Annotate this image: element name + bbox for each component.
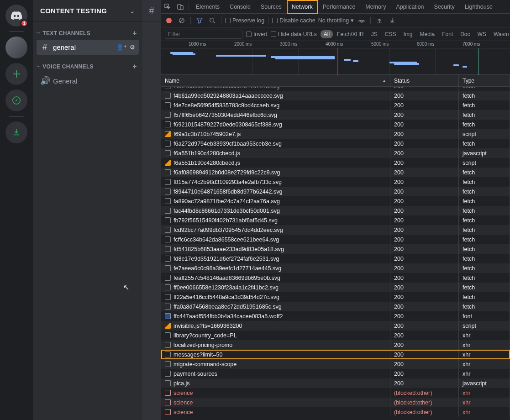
preserve-log-checkbox[interactable]: Preserve log [225, 17, 264, 24]
request-row[interactable]: f57fff65eb6427350304edd446efbc6d.svg200f… [161, 110, 510, 120]
voice-channels-header[interactable]: ﹀ VOICE CHANNELS + [33, 55, 142, 73]
request-row[interactable]: payment-sources200xhr [161, 369, 510, 378]
request-row[interactable]: messages?limit=50200xhr [161, 350, 510, 359]
request-row[interactable]: science(blocked:other)xhr [161, 398, 510, 407]
request-row[interactable]: fd8e17e9d351921d6ef2724faf6e2531.svg200f… [161, 254, 510, 263]
request-row[interactable]: science(blocked:other)xhr [161, 388, 510, 398]
voice-channel-general[interactable]: 🔊 General [37, 73, 139, 89]
request-row[interactable]: f69210154879227d0ede0308465cf388.svg200f… [161, 120, 510, 129]
filter-type-css[interactable]: CSS [382, 30, 400, 38]
request-row[interactable]: ff0ee0066558e1230f23a4a1c2f41bc2.svg200f… [161, 283, 510, 292]
filter-input[interactable] [165, 30, 242, 39]
request-row[interactable]: ffa0a8d74568beaa8ec72dd51951685c.svg200f… [161, 302, 510, 311]
add-server-button[interactable] [5, 63, 27, 85]
disable-cache-checkbox[interactable]: Disable cache [272, 17, 315, 24]
request-row[interactable]: feaff2557c548146aad83669db695e0b.svg200f… [161, 273, 510, 283]
col-type[interactable]: Type [459, 75, 510, 86]
request-row[interactable]: f6a551b190c4280cbecd.js200script [161, 158, 510, 168]
request-row[interactable]: science(blocked:other)xhr [161, 407, 510, 417]
tab-sources[interactable]: Sources [256, 0, 287, 14]
request-status: 200 [390, 302, 459, 311]
file-icon [165, 313, 171, 319]
timeline-tick: 6000 ms [417, 42, 434, 47]
tab-elements[interactable]: Elements [191, 0, 225, 14]
request-row[interactable]: migrate-command-scope200xhr [161, 359, 510, 369]
request-row[interactable]: library?country_code=PL200xhr [161, 331, 510, 340]
filter-type-wasm[interactable]: Wasm [490, 30, 510, 38]
hide-data-urls-checkbox[interactable]: Hide data URLs [271, 31, 317, 37]
gear-icon[interactable]: ⚙ [130, 44, 135, 51]
home-button[interactable]: 1 [5, 5, 27, 26]
tab-application[interactable]: Application [391, 0, 429, 14]
request-row[interactable]: fa890ac72a9871fbe24c7a74cf2aa76a.svg200f… [161, 196, 510, 206]
filter-type-media[interactable]: Media [416, 30, 438, 38]
request-type: fetch [459, 100, 510, 110]
throttling-select[interactable]: No throttling▾ [318, 17, 354, 24]
tab-performance[interactable]: Performance [318, 0, 361, 14]
request-row[interactable]: fcffc6cc34b642da86558cee621bee64.svg200f… [161, 235, 510, 244]
tab-security[interactable]: Security [429, 0, 460, 14]
invert-checkbox[interactable]: Invert [246, 31, 267, 37]
request-row[interactable]: f4be46bed9792938c0dcec4c470734b.svg200fe… [161, 87, 510, 91]
request-row[interactable]: ff22a5e416ccf5448a9ca3d39d54d27c.svg200f… [161, 292, 510, 302]
tab-lighthouse[interactable]: Lighthouse [460, 0, 498, 14]
col-name[interactable]: Name▲ [161, 75, 390, 86]
grid-body[interactable]: f4be46bed9792938c0dcec4c470734b.svg200fe… [161, 87, 510, 420]
request-type: xhr [459, 340, 510, 350]
export-har-icon[interactable] [387, 16, 397, 26]
request-row[interactable]: f4e7ce8e56f954f5835783c9bd4ccaeb.svg200f… [161, 100, 510, 110]
request-row[interactable]: f6af0869894912b0d08e2729fd9c22c9.svg200f… [161, 168, 510, 177]
request-row[interactable]: f6a272d9794eb33939cf1baa953ceb3e.svg200f… [161, 139, 510, 148]
request-status: 200 [390, 254, 459, 263]
network-timeline[interactable]: 1000 ms2000 ms3000 ms4000 ms5000 ms6000 … [161, 41, 510, 75]
tab-network[interactable]: Network [287, 0, 318, 14]
request-row[interactable]: fac44fbd8c86661d7331de3bcf50d001.svg200f… [161, 206, 510, 215]
chevron-down-icon: ⌄ [130, 7, 135, 15]
device-toggle-icon[interactable] [174, 4, 187, 10]
hide-data-urls-label: Hide data URLs [278, 31, 317, 37]
filter-type-doc[interactable]: Doc [457, 30, 473, 38]
filter-type-font[interactable]: Font [439, 30, 456, 38]
request-row[interactable]: fcd92bc77a099db37095457dd4dd2eec.svg200f… [161, 225, 510, 235]
download-button[interactable] [5, 121, 27, 143]
request-row[interactable]: invisible.js?ts=1669363200200script [161, 321, 510, 331]
request-row[interactable]: f69a1c3b710b745902e7.js200script [161, 129, 510, 139]
request-row[interactable]: pica.js200javascript [161, 378, 510, 388]
import-har-icon[interactable] [374, 16, 384, 26]
file-icon [165, 342, 171, 348]
filter-icon[interactable] [195, 16, 205, 26]
tab-console[interactable]: Console [225, 0, 256, 14]
server-button[interactable] [5, 37, 27, 58]
col-status[interactable]: Status [390, 75, 459, 86]
filter-type-fetchxhr[interactable]: Fetch/XHR [334, 30, 367, 38]
request-status: (blocked:other) [390, 398, 459, 407]
text-channels-header[interactable]: ﹀ TEXT CHANNELS + [33, 22, 142, 39]
channel-general[interactable]: # general 👤⁺ ⚙ [37, 40, 139, 55]
record-button[interactable] [164, 16, 174, 26]
add-channel-button[interactable]: + [132, 29, 137, 37]
network-conditions-icon[interactable] [357, 16, 367, 26]
filter-type-js[interactable]: JS [368, 30, 381, 38]
filter-type-all[interactable]: All [321, 30, 333, 38]
request-status: 200 [390, 196, 459, 206]
request-row[interactable]: localized-pricing-promo200xhr [161, 340, 510, 350]
request-row[interactable]: f4b61a99ed5029248803a14aaaecccee.svg200f… [161, 91, 510, 100]
request-row[interactable]: fb792f56515490f402b731abf6af5d45.svg200f… [161, 215, 510, 225]
explore-button[interactable] [5, 89, 27, 111]
invite-icon[interactable]: 👤⁺ [116, 44, 127, 51]
request-row[interactable]: fe7aeea6c0c96a39eefc1d27714ae445.svg200f… [161, 263, 510, 273]
add-channel-button[interactable]: + [132, 63, 137, 71]
inspect-icon[interactable] [161, 4, 174, 10]
filter-type-ws[interactable]: WS [474, 30, 489, 38]
tab-memory[interactable]: Memory [360, 0, 391, 14]
request-row[interactable]: f6a551b190c4280cbecd.js200javascript [161, 148, 510, 158]
server-header[interactable]: CONTENT TESTING ⌄ [33, 0, 142, 22]
request-row[interactable]: f815a774c2b98d3109293a4e2afb733c.svg200f… [161, 177, 510, 187]
request-type: fetch [459, 206, 510, 215]
filter-type-img[interactable]: Img [400, 30, 415, 38]
request-row[interactable]: fd541825b6853aaae233ad9d83e05a18.svg200f… [161, 244, 510, 254]
clear-button[interactable] [177, 16, 187, 26]
search-icon[interactable] [207, 16, 217, 26]
request-row[interactable]: f8944710e64871658f6db8d977b62442.svg200f… [161, 187, 510, 196]
request-row[interactable]: ffc447aadf554fbb0b4a34cacee083a5.woff220… [161, 311, 510, 321]
